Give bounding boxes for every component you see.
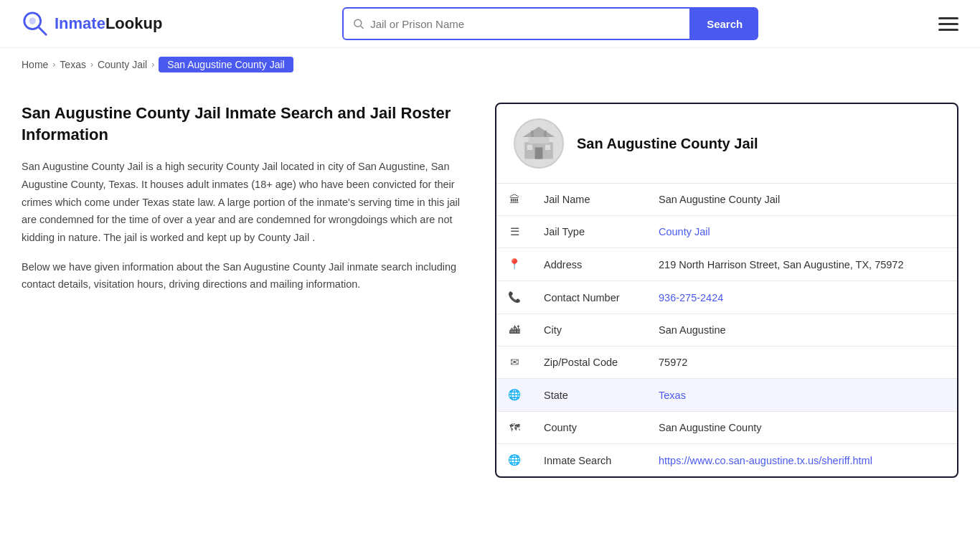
table-row: 🗺CountySan Augustine County [496,412,957,444]
breadcrumb-home[interactable]: Home [22,59,48,70]
city-label: City [532,314,647,347]
breadcrumb-state[interactable]: Texas [60,59,86,70]
hamburger-menu[interactable] [938,17,958,31]
zip-label: Zip/Postal Code [532,347,647,379]
jail-type-value: County Jail [647,216,957,248]
search-bar: Search [342,7,758,40]
chevron-icon-3: › [151,60,154,70]
breadcrumb-current: San Augustine County Jail [159,57,293,72]
jail-name-value: San Augustine County Jail [647,184,957,216]
info-card: San Augustine County Jail 🏛Jail NameSan … [495,103,958,478]
svg-rect-12 [544,131,547,137]
zip-icon: ✉ [496,347,532,379]
jail-avatar [514,118,564,169]
jail-type-label: Jail Type [532,216,647,248]
svg-rect-11 [531,131,534,137]
logo-icon [22,10,49,37]
breadcrumb: Home › Texas › County Jail › San Augusti… [0,48,980,81]
county-label: County [532,412,647,444]
svg-point-3 [354,19,362,27]
svg-line-1 [39,27,46,34]
inmate-search-value: https://www.co.san-augustine.tx.us/sheri… [647,444,957,477]
state-value: Texas [647,379,957,412]
chevron-icon-2: › [90,60,93,70]
address-value: 219 North Harrison Street, San Augustine… [647,248,957,281]
table-row: 📍Address219 North Harrison Street, San A… [496,248,957,281]
info-card-title: San Augustine County Jail [577,136,758,152]
county-value: San Augustine County [647,412,957,444]
table-row: ☰Jail TypeCounty Jail [496,216,957,248]
table-row: 🏙CitySan Augustine [496,314,957,347]
table-row: 🌐Inmate Searchhttps://www.co.san-augusti… [496,444,957,477]
inmate-search-label: Inmate Search [532,444,647,477]
contact-icon: 📞 [496,281,532,314]
table-row: 📞Contact Number936-275-2424 [496,281,957,314]
svg-rect-10 [545,145,550,150]
description-paragraph-2: Below we have given information about th… [22,258,466,293]
contact-value: 936-275-2424 [647,281,957,314]
svg-rect-9 [527,145,532,150]
header: InmateLookup Search [0,0,980,48]
city-value: San Augustine [647,314,957,347]
contact-label: Contact Number [532,281,647,314]
chevron-icon-1: › [52,60,55,70]
svg-marker-7 [523,127,555,137]
description-paragraph-1: San Augustine County Jail is a high secu… [22,158,466,246]
svg-rect-8 [535,147,543,159]
logo[interactable]: InmateLookup [22,10,162,37]
address-icon: 📍 [496,248,532,281]
table-row: ✉Zip/Postal Code75972 [496,347,957,379]
search-button[interactable]: Search [691,7,758,40]
search-input-wrapper [342,7,691,40]
address-label: Address [532,248,647,281]
state-label: State [532,379,647,412]
main-content: San Augustine County Jail Inmate Search … [0,81,980,507]
svg-point-2 [29,17,36,24]
table-row: 🏛Jail NameSan Augustine County Jail [496,184,957,216]
svg-line-4 [361,26,364,29]
city-icon: 🏙 [496,314,532,347]
info-table: 🏛Jail NameSan Augustine County Jail☰Jail… [496,184,957,476]
page-title: San Augustine County Jail Inmate Search … [22,103,466,145]
jail-name-icon: 🏛 [496,184,532,216]
state-icon: 🌐 [496,379,532,412]
jail-building-icon [519,124,558,163]
info-card-header: San Augustine County Jail [496,104,957,184]
left-panel: San Augustine County Jail Inmate Search … [22,103,466,305]
zip-value: 75972 [647,347,957,379]
search-input[interactable] [370,18,681,30]
jail-name-label: Jail Name [532,184,647,216]
logo-text: InmateLookup [55,14,162,33]
inmate-search-icon: 🌐 [496,444,532,477]
county-icon: 🗺 [496,412,532,444]
search-icon [352,17,364,30]
breadcrumb-category[interactable]: County Jail [98,59,147,70]
table-row: 🌐StateTexas [496,379,957,412]
jail-type-icon: ☰ [496,216,532,248]
